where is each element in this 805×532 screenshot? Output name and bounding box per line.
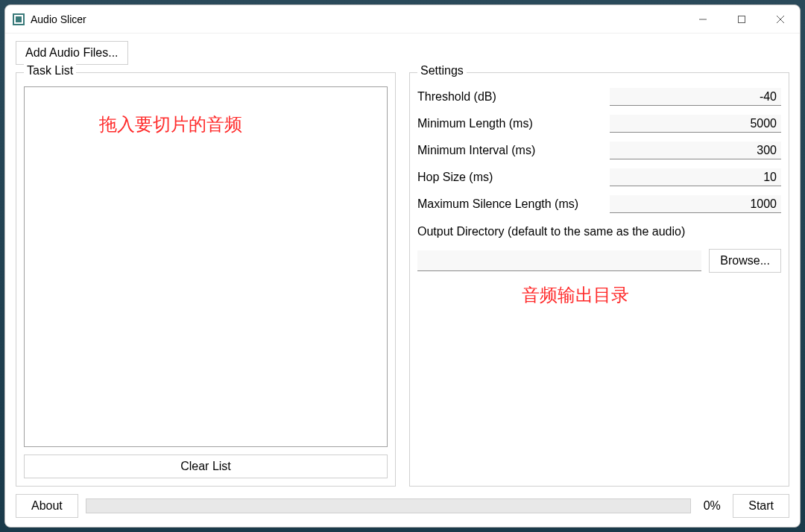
output-dir-input[interactable] <box>417 250 701 271</box>
task-list-group: Task List 拖入要切片的音频 Clear List <box>16 72 396 487</box>
max-silence-input[interactable] <box>610 195 781 213</box>
setting-row-max-silence: Maximum Silence Length (ms) <box>417 194 781 215</box>
progress-bar <box>86 498 691 513</box>
threshold-label: Threshold (dB) <box>417 90 610 104</box>
browse-button[interactable]: Browse... <box>709 249 781 273</box>
output-dir-label: Output Directory (default to the same as… <box>417 225 781 238</box>
setting-row-min-interval: Minimum Interval (ms) <box>417 140 781 161</box>
svg-rect-1 <box>16 16 22 22</box>
app-window: Audio Slicer Add Audio Files... Task Lis… <box>4 4 801 528</box>
maximize-button[interactable] <box>722 5 761 34</box>
max-silence-label: Maximum Silence Length (ms) <box>417 197 610 211</box>
titlebar[interactable]: Audio Slicer <box>5 5 800 34</box>
app-icon <box>13 13 25 25</box>
output-dir-row: Browse... <box>417 249 781 273</box>
window-title: Audio Slicer <box>31 13 86 25</box>
about-button[interactable]: About <box>16 494 78 518</box>
settings-rows: Threshold (dB) Minimum Length (ms) Minim… <box>417 86 781 279</box>
svg-rect-3 <box>739 16 745 22</box>
start-button[interactable]: Start <box>733 494 789 518</box>
progress-percent: 0% <box>698 499 725 513</box>
setting-row-threshold: Threshold (dB) <box>417 86 781 107</box>
bottom-bar: About 0% Start <box>5 487 800 527</box>
threshold-input[interactable] <box>610 88 781 106</box>
setting-row-hop-size: Hop Size (ms) <box>417 167 781 188</box>
setting-row-min-length: Minimum Length (ms) <box>417 113 781 134</box>
main-columns: Task List 拖入要切片的音频 Clear List Settings T… <box>16 72 789 487</box>
min-interval-input[interactable] <box>610 142 781 159</box>
close-button[interactable] <box>761 5 800 34</box>
settings-title: Settings <box>417 64 467 77</box>
add-audio-files-button[interactable]: Add Audio Files... <box>16 41 128 65</box>
task-list-title: Task List <box>24 64 76 77</box>
min-length-label: Minimum Length (ms) <box>417 117 610 130</box>
hop-size-input[interactable] <box>610 168 781 186</box>
minimize-button[interactable] <box>684 5 722 34</box>
annotation-output-hint: 音频输出目录 <box>522 283 629 307</box>
task-list[interactable]: 拖入要切片的音频 <box>24 86 388 447</box>
clear-list-button[interactable]: Clear List <box>24 455 388 478</box>
min-length-input[interactable] <box>610 115 781 133</box>
min-interval-label: Minimum Interval (ms) <box>417 144 610 157</box>
hop-size-label: Hop Size (ms) <box>417 171 610 184</box>
annotation-drop-hint: 拖入要切片的音频 <box>99 113 242 136</box>
settings-group: Settings Threshold (dB) Minimum Length (… <box>409 72 789 487</box>
content-area: Add Audio Files... Task List 拖入要切片的音频 Cl… <box>5 34 800 487</box>
